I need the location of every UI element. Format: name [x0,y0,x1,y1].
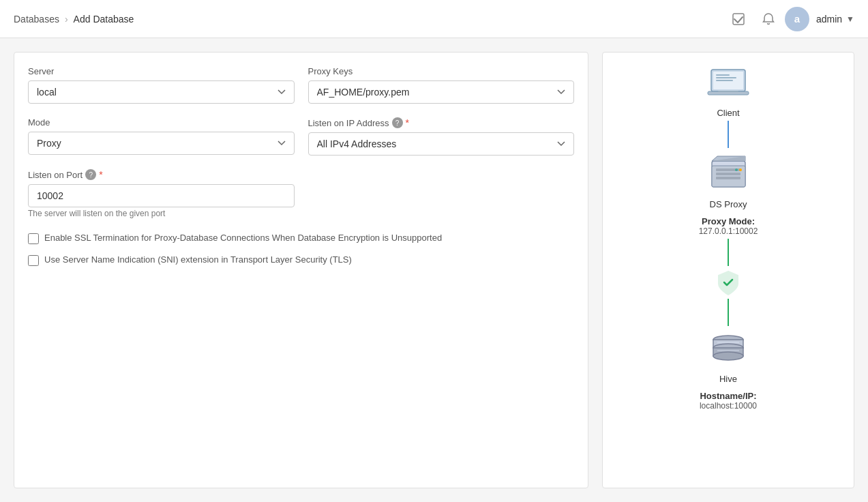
listen-ip-label: Listen on IP Address [308,118,389,128]
svg-rect-7 [716,80,733,81]
checkbox-ssl-group: Enable SSL Termination for Proxy-Databas… [28,232,574,244]
admin-dropdown-arrow[interactable]: ▼ [846,14,854,24]
proxy-keys-group: Proxy Keys AF_HOME/proxy.pem [308,66,575,104]
checkbox-sni-group: Use Server Name Indication (SNI) extensi… [28,254,574,266]
checkbox-sni[interactable] [28,255,39,266]
diagram-client: Client [704,66,752,118]
breadcrumb-databases[interactable]: Databases [14,14,59,25]
diagram-shield [715,269,742,296]
listen-port-help-icon[interactable]: ? [85,169,96,180]
svg-rect-5 [716,74,730,76]
proxy-label: DS Proxy [710,199,747,209]
svg-rect-6 [716,77,736,78]
client-icon [704,66,752,104]
diagram-proxy: DS Proxy Proxy Mode: 127.0.0.1:10002 [699,151,758,236]
listen-ip-help-icon[interactable]: ? [392,117,403,128]
bell-icon [762,12,775,26]
svg-rect-4 [718,91,738,92]
hive-icon [708,329,749,370]
hive-hostname-label: Hostname/IP: [700,391,757,401]
svg-point-13 [735,168,738,171]
listen-port-placeholder [308,169,575,218]
shield-icon [715,269,742,296]
avatar-button[interactable]: a [785,7,809,31]
listen-ip-select[interactable]: All IPv4 Addresses [308,132,575,156]
client-label: Client [717,108,739,118]
checkbox-sni-label: Use Server Name Indication (SNI) extensi… [44,254,352,266]
breadcrumb: Databases › Add Database [14,14,134,25]
server-select[interactable]: local [28,80,295,104]
svg-point-14 [739,168,742,171]
row-listen-port: Listen on Port ? * The server will liste… [28,169,574,218]
form-panel: Server local Proxy Keys AF_HOME/proxy.pe… [14,52,588,488]
proxy-mode-label: Proxy Mode: [699,216,758,226]
svg-point-21 [713,352,743,360]
proxy-keys-select[interactable]: AF_HOME/proxy.pem [308,80,575,104]
checkbox-ssl-label: Enable SSL Termination for Proxy-Databas… [44,232,442,244]
header-actions: a admin ▼ [725,5,854,33]
diagram-hive: Hive Hostname/IP: localhost:10000 [700,329,757,411]
checkmark-icon-btn[interactable] [725,5,752,33]
checkbox-ssl[interactable] [28,233,39,244]
server-group: Server local [28,66,295,104]
diagram-container: Client [616,66,840,411]
connector-client-proxy [728,121,729,148]
mode-group: Mode Proxy [28,117,295,156]
bell-icon-btn[interactable] [755,5,782,33]
diagram-panel: Client [602,52,854,488]
proxy-keys-label: Proxy Keys [308,66,575,76]
header: Databases › Add Database a admin ▼ [0,0,868,38]
mode-select[interactable]: Proxy [28,132,295,155]
connector-shield-hive [728,299,729,326]
listen-port-group: Listen on Port ? * The server will liste… [28,169,295,218]
mode-label: Mode [28,117,295,128]
listen-port-label: Listen on Port [28,170,83,180]
listen-port-required: * [99,169,102,180]
proxy-info: Proxy Mode: 127.0.0.1:10002 [699,216,758,236]
hive-hostname-value: localhost:10000 [700,401,757,411]
listen-ip-label-row: Listen on IP Address ? * [308,117,575,128]
listen-ip-group: Listen on IP Address ? * All IPv4 Addres… [308,117,575,156]
breadcrumb-current: Add Database [74,14,134,25]
hive-info: Hostname/IP: localhost:10000 [700,391,757,411]
breadcrumb-separator: › [65,14,68,25]
svg-rect-12 [716,177,740,179]
admin-label: admin [816,14,842,25]
listen-port-label-row: Listen on Port ? * [28,169,295,180]
main-content: Server local Proxy Keys AF_HOME/proxy.pe… [0,38,868,502]
connector-proxy-shield [728,239,729,266]
checkmark-icon [732,12,745,26]
svg-rect-11 [716,173,740,175]
listen-port-hint: The server will listen on the given port [28,209,295,218]
row-mode-listenip: Mode Proxy Listen on IP Address ? * All … [28,117,574,156]
server-label: Server [28,66,295,76]
listen-ip-required: * [406,117,409,128]
hive-label: Hive [719,374,737,384]
row-server-proxykeys: Server local Proxy Keys AF_HOME/proxy.pe… [28,66,574,104]
listen-port-input[interactable] [28,184,295,207]
proxy-mode-value: 127.0.0.1:10002 [699,226,758,236]
proxy-icon [706,151,751,195]
